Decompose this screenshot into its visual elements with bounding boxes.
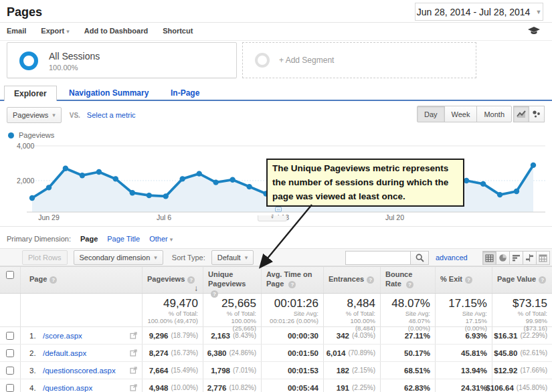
help-icon[interactable]: ? [367,276,374,284]
primary-dimension-label: Primary Dimension: [7,235,71,243]
dimension-page[interactable]: Page [80,235,98,243]
tab-navigation-summary[interactable]: Navigation Summary [69,88,149,98]
chart-point[interactable] [80,173,85,178]
chart-point[interactable] [213,179,218,185]
advanced-search-link[interactable]: advanced [436,254,468,262]
chart-point[interactable] [147,193,152,198]
sort-type-dropdown[interactable]: Default▾ [211,250,254,265]
granularity-day-button[interactable]: Day [417,106,445,122]
pie-chart-icon [498,254,507,262]
tab-in-page[interactable]: In-Page [171,88,199,98]
open-in-new-window-icon[interactable] [130,332,137,339]
select-all-checkbox[interactable] [6,271,14,279]
help-icon[interactable]: ? [288,281,296,288]
add-segment-label: + Add Segment [279,56,334,65]
pivot-table-icon [539,254,547,262]
series-dot-icon [8,132,14,138]
column-header-entrances[interactable]: Entrances? [323,267,380,293]
percentage-view-button[interactable] [496,251,510,265]
chart-point[interactable] [180,176,185,181]
x-axis-tick: Jul 20 [375,213,415,221]
add-to-dashboard-button[interactable]: Add to Dashboard [84,27,148,35]
table-search-input[interactable] [345,251,410,265]
add-segment-button[interactable]: + Add Segment [242,42,476,78]
line-chart-icon [517,110,526,118]
help-icon[interactable]: ? [187,276,195,284]
column-header-bounce-rate[interactable]: Bounce Rate ? [380,267,435,293]
column-header-unique-pageviews[interactable]: Unique Pageviews ? [203,267,261,293]
chart-point[interactable] [29,195,35,201]
education-cap-icon[interactable] [528,27,540,35]
chart-point[interactable] [46,185,52,190]
x-axis-tick: Jul 6 [144,213,184,221]
chart-point[interactable] [480,181,486,187]
open-in-new-window-icon[interactable] [130,384,137,391]
chart-point[interactable] [497,192,502,197]
chart-point[interactable] [531,163,536,168]
page-link[interactable]: /score.aspx [43,332,82,340]
annotations-collapse-tab[interactable]: ▼ [258,215,287,221]
open-in-new-window-icon[interactable] [130,367,137,374]
annotation-flag-icon[interactable]: m [275,207,282,212]
help-icon[interactable]: ? [465,276,472,284]
row-checkbox[interactable] [6,332,14,340]
page-link[interactable]: /default.aspx [43,349,86,357]
tab-explorer[interactable]: Explorer [4,86,57,101]
secondary-dimension-dropdown[interactable]: Secondary dimension▾ [74,250,163,265]
export-button[interactable]: Export ▾ [41,27,69,35]
pivot-view-button[interactable] [536,251,550,265]
table-body: 1. /score.aspx 9,296(18.79%) 2,163(8.43%… [0,327,552,392]
column-header-avg-time[interactable]: Avg. Time on Page ? [261,267,323,293]
metric-dropdown[interactable]: Pageviews▾ [7,107,62,123]
column-header-pageviews[interactable]: Pageviews?↓ [142,267,203,293]
date-range-selector[interactable]: Jun 28, 2014 - Jul 28, 2014 ▼ [415,3,543,21]
motion-chart-button[interactable] [529,106,545,122]
sort-desc-icon[interactable]: ↓ [194,284,198,293]
chart-point[interactable] [163,193,169,199]
open-in-new-window-icon[interactable] [130,349,137,357]
row-checkbox[interactable] [6,384,14,392]
action-toolbar: Email Export ▾ Add to Dashboard Shortcut [7,27,193,35]
shortcut-button[interactable]: Shortcut [163,27,193,35]
chart-point[interactable] [229,177,235,183]
chart-point[interactable] [130,190,135,195]
row-checkbox[interactable] [6,349,14,357]
email-button[interactable]: Email [7,27,26,35]
help-icon[interactable]: ? [406,281,413,288]
row-checkbox[interactable] [6,367,14,375]
chevron-down-icon: ▾ [154,254,157,261]
chart-point[interactable] [464,178,469,183]
data-view-button[interactable] [482,251,496,265]
toolbar-divider [0,40,552,41]
performance-view-button[interactable] [509,251,523,265]
page-link[interactable]: /question.aspx [43,384,92,392]
comparison-view-button[interactable] [523,251,537,265]
help-icon[interactable]: ? [539,276,546,284]
dimension-other-dropdown[interactable]: Other ▾ [149,235,173,243]
column-header-exit[interactable]: % Exit? [435,267,492,293]
table-row: 4. /question.aspx 4,948(10.00%) 2,776(10… [0,379,552,392]
column-header-page-value[interactable]: Page Value? [492,267,552,293]
totals-page-value: $73.15 % of Total: 99.98% ($73.16) [492,294,552,326]
line-chart-button[interactable] [513,106,529,122]
chart-point[interactable] [197,171,202,176]
chart-point[interactable] [246,184,252,189]
chart-point[interactable] [514,189,519,194]
column-header-page[interactable]: Page? [20,267,142,293]
chart-point[interactable] [113,176,118,181]
dimension-page-title[interactable]: Page Title [107,235,140,243]
totals-avg-time: 00:01:26 Site Avg: 00:01:26 (0.00%) [261,294,323,326]
select-a-metric-link[interactable]: Select a metric [87,111,136,119]
chart-point[interactable] [96,169,102,175]
page-link[interactable]: /questionscored.aspx [43,367,116,375]
segment-all-sessions[interactable]: All Sessions 100.00% [7,42,237,78]
table-row: 3. /questionscored.aspx 7,664(15.49%) 1,… [0,362,552,379]
granularity-week-button[interactable]: Week [444,106,478,122]
granularity-month-button[interactable]: Month [476,106,512,122]
help-icon[interactable]: ? [50,276,57,284]
search-button[interactable] [410,251,429,265]
chart-point[interactable] [63,166,68,171]
chevron-down-icon: ▾ [66,28,70,35]
table-view-switcher [483,251,550,265]
row-index: 4. [29,384,43,392]
